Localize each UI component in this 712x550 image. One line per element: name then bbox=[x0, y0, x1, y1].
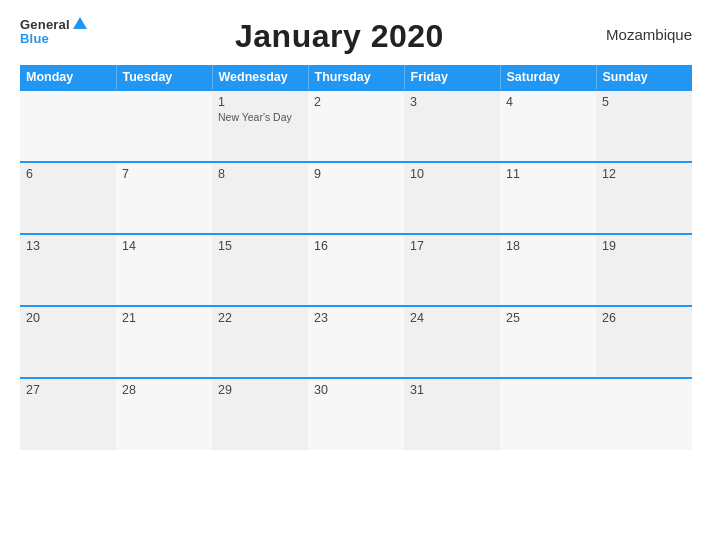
calendar-cell: 23 bbox=[308, 306, 404, 378]
calendar-cell: 13 bbox=[20, 234, 116, 306]
logo-general-text: General bbox=[20, 18, 70, 32]
day-number: 23 bbox=[314, 311, 398, 325]
calendar-cell: 3 bbox=[404, 90, 500, 162]
day-number: 9 bbox=[314, 167, 398, 181]
day-number: 1 bbox=[218, 95, 302, 109]
calendar-cell: 22 bbox=[212, 306, 308, 378]
day-number: 26 bbox=[602, 311, 686, 325]
calendar-cell: 12 bbox=[596, 162, 692, 234]
day-number: 12 bbox=[602, 167, 686, 181]
weekday-header: Friday bbox=[404, 65, 500, 90]
country-name: Mozambique bbox=[592, 18, 692, 43]
calendar-cell: 8 bbox=[212, 162, 308, 234]
day-number: 11 bbox=[506, 167, 590, 181]
calendar-cell bbox=[596, 378, 692, 450]
calendar-cell: 21 bbox=[116, 306, 212, 378]
day-number: 5 bbox=[602, 95, 686, 109]
calendar-cell: 19 bbox=[596, 234, 692, 306]
weekday-header: Thursday bbox=[308, 65, 404, 90]
calendar-container: General Blue January 2020 Mozambique Mon… bbox=[0, 0, 712, 550]
day-number: 27 bbox=[26, 383, 110, 397]
calendar-cell: 9 bbox=[308, 162, 404, 234]
weekday-row: MondayTuesdayWednesdayThursdayFridaySatu… bbox=[20, 65, 692, 90]
weekday-header: Monday bbox=[20, 65, 116, 90]
calendar-cell: 14 bbox=[116, 234, 212, 306]
calendar-cell: 25 bbox=[500, 306, 596, 378]
day-number: 7 bbox=[122, 167, 206, 181]
day-number: 28 bbox=[122, 383, 206, 397]
calendar-cell: 24 bbox=[404, 306, 500, 378]
day-number: 4 bbox=[506, 95, 590, 109]
calendar-header-row: MondayTuesdayWednesdayThursdayFridaySatu… bbox=[20, 65, 692, 90]
calendar-cell: 2 bbox=[308, 90, 404, 162]
calendar-cell: 29 bbox=[212, 378, 308, 450]
calendar-week-row: 13141516171819 bbox=[20, 234, 692, 306]
weekday-header: Tuesday bbox=[116, 65, 212, 90]
calendar-cell: 15 bbox=[212, 234, 308, 306]
weekday-header: Saturday bbox=[500, 65, 596, 90]
calendar-cell: 20 bbox=[20, 306, 116, 378]
day-number: 10 bbox=[410, 167, 494, 181]
day-number: 22 bbox=[218, 311, 302, 325]
calendar-cell: 6 bbox=[20, 162, 116, 234]
calendar-cell: 16 bbox=[308, 234, 404, 306]
calendar-cell: 31 bbox=[404, 378, 500, 450]
day-number: 29 bbox=[218, 383, 302, 397]
calendar-cell: 27 bbox=[20, 378, 116, 450]
day-number: 21 bbox=[122, 311, 206, 325]
weekday-header: Wednesday bbox=[212, 65, 308, 90]
calendar-cell: 26 bbox=[596, 306, 692, 378]
day-number: 18 bbox=[506, 239, 590, 253]
calendar-cell: 30 bbox=[308, 378, 404, 450]
calendar-cell: 10 bbox=[404, 162, 500, 234]
calendar-body: 1New Year's Day2345678910111213141516171… bbox=[20, 90, 692, 450]
calendar-table: MondayTuesdayWednesdayThursdayFridaySatu… bbox=[20, 65, 692, 450]
day-number: 17 bbox=[410, 239, 494, 253]
day-number: 8 bbox=[218, 167, 302, 181]
day-number: 2 bbox=[314, 95, 398, 109]
day-number: 25 bbox=[506, 311, 590, 325]
calendar-week-row: 6789101112 bbox=[20, 162, 692, 234]
calendar-cell: 28 bbox=[116, 378, 212, 450]
calendar-header: General Blue January 2020 Mozambique bbox=[20, 18, 692, 55]
calendar-cell bbox=[116, 90, 212, 162]
calendar-cell: 4 bbox=[500, 90, 596, 162]
calendar-cell bbox=[500, 378, 596, 450]
calendar-week-row: 1New Year's Day2345 bbox=[20, 90, 692, 162]
day-number: 30 bbox=[314, 383, 398, 397]
day-number: 20 bbox=[26, 311, 110, 325]
calendar-cell: 11 bbox=[500, 162, 596, 234]
calendar-title-block: January 2020 bbox=[87, 18, 592, 55]
day-event: New Year's Day bbox=[218, 111, 302, 123]
weekday-header: Sunday bbox=[596, 65, 692, 90]
logo-blue-text: Blue bbox=[20, 32, 49, 46]
calendar-cell: 17 bbox=[404, 234, 500, 306]
calendar-week-row: 20212223242526 bbox=[20, 306, 692, 378]
day-number: 19 bbox=[602, 239, 686, 253]
calendar-cell: 7 bbox=[116, 162, 212, 234]
day-number: 3 bbox=[410, 95, 494, 109]
day-number: 31 bbox=[410, 383, 494, 397]
calendar-cell: 1New Year's Day bbox=[212, 90, 308, 162]
calendar-title: January 2020 bbox=[235, 18, 444, 54]
calendar-cell bbox=[20, 90, 116, 162]
day-number: 24 bbox=[410, 311, 494, 325]
day-number: 16 bbox=[314, 239, 398, 253]
day-number: 14 bbox=[122, 239, 206, 253]
logo-triangle-icon bbox=[73, 17, 87, 29]
calendar-week-row: 2728293031 bbox=[20, 378, 692, 450]
logo: General Blue bbox=[20, 18, 87, 47]
day-number: 6 bbox=[26, 167, 110, 181]
day-number: 15 bbox=[218, 239, 302, 253]
calendar-cell: 5 bbox=[596, 90, 692, 162]
day-number: 13 bbox=[26, 239, 110, 253]
calendar-cell: 18 bbox=[500, 234, 596, 306]
